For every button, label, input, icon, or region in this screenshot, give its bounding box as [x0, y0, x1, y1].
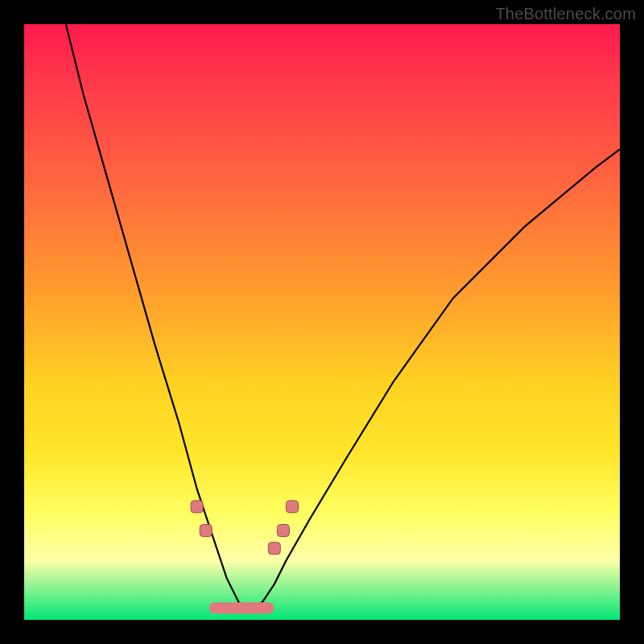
chart-frame: TheBottleneck.com	[0, 0, 644, 644]
watermark-text: TheBottleneck.com	[495, 5, 636, 23]
plot-gradient-background	[24, 24, 620, 620]
